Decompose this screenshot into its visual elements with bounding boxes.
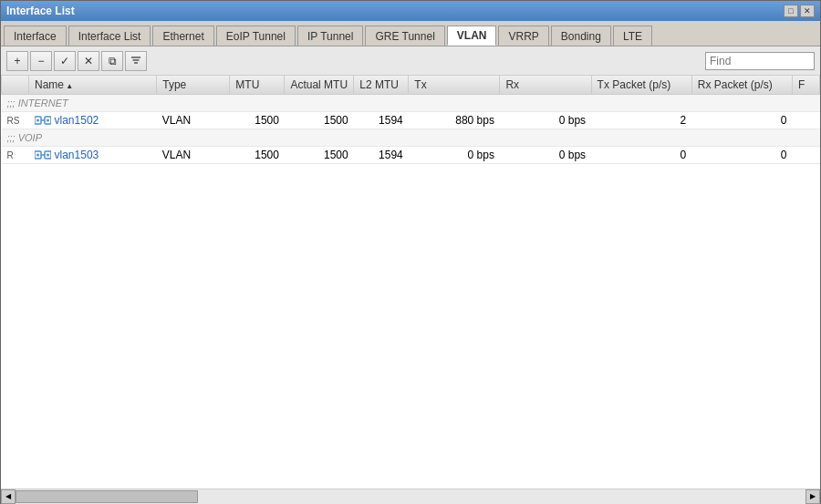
window-title: Interface List: [6, 5, 75, 17]
row-rx: 0 bps: [500, 112, 591, 129]
tab-bar: Interface Interface List Ethernet EoIP T…: [1, 21, 820, 46]
tab-ip-tunnel[interactable]: IP Tunnel: [297, 26, 363, 46]
vlan-icon: [35, 115, 51, 126]
row-tx-packet: 0: [591, 147, 691, 164]
table-row[interactable]: RS: [2, 112, 820, 129]
col-tx-packet[interactable]: Tx Packet (p/s): [591, 76, 691, 95]
row-f: [792, 147, 819, 164]
svg-point-12: [47, 154, 49, 157]
col-flag[interactable]: [2, 76, 29, 95]
main-window: Interface List □ ✕ Interface Interface L…: [0, 0, 821, 504]
col-type[interactable]: Type: [157, 76, 230, 95]
scroll-thumb[interactable]: [16, 490, 198, 503]
table-body: ;;; INTERNET RS: [2, 95, 820, 164]
col-l2-mtu[interactable]: L2 MTU: [354, 76, 409, 95]
row-type: VLAN: [157, 147, 230, 164]
tab-vlan[interactable]: VLAN: [447, 26, 497, 46]
row-flag: RS: [2, 112, 29, 129]
interface-table: Name Type MTU Actual MTU L2 MTU Tx Rx Tx…: [1, 76, 820, 164]
close-button[interactable]: ✕: [800, 5, 815, 17]
row-name: vlan1503: [29, 147, 157, 164]
table-header-row: Name Type MTU Actual MTU L2 MTU Tx Rx Tx…: [2, 76, 820, 95]
group-internet: ;;; INTERNET: [2, 95, 820, 112]
copy-button[interactable]: ⧉: [101, 51, 123, 71]
row-actual-mtu: 1500: [285, 112, 354, 129]
scroll-track[interactable]: [16, 489, 805, 504]
row-actual-mtu: 1500: [285, 147, 354, 164]
svg-point-11: [36, 154, 39, 157]
row-type: VLAN: [157, 112, 230, 129]
row-tx-packet: 2: [591, 112, 691, 129]
col-tx[interactable]: Tx: [409, 76, 500, 95]
row-l2-mtu: 1594: [354, 112, 409, 129]
window-controls: □ ✕: [784, 5, 815, 17]
tab-vrrp[interactable]: VRRP: [498, 26, 548, 46]
group-voip: ;;; VOIP: [2, 129, 820, 147]
find-input[interactable]: [705, 52, 815, 70]
enable-button[interactable]: ✓: [54, 51, 76, 71]
row-tx: 0 bps: [409, 147, 500, 164]
row-tx: 880 bps: [409, 112, 500, 129]
scroll-left-button[interactable]: ◀: [1, 489, 16, 504]
interface-icon: [35, 115, 51, 126]
col-rx[interactable]: Rx: [500, 76, 591, 95]
svg-point-7: [47, 119, 49, 122]
tab-bonding[interactable]: Bonding: [551, 26, 611, 46]
horizontal-scrollbar[interactable]: ◀ ▶: [1, 489, 820, 503]
row-rx-packet: 0: [691, 147, 792, 164]
tab-interface[interactable]: Interface: [4, 26, 67, 46]
table-container: Name Type MTU Actual MTU L2 MTU Tx Rx Tx…: [1, 76, 820, 489]
scroll-right-button[interactable]: ▶: [805, 489, 820, 504]
interface-icon: [35, 149, 51, 160]
title-bar: Interface List □ ✕: [1, 1, 820, 21]
tab-eoip-tunnel[interactable]: EoIP Tunnel: [216, 26, 296, 46]
vlan-icon: [35, 149, 51, 160]
tab-interface-list[interactable]: Interface List: [68, 26, 151, 46]
row-mtu: 1500: [230, 112, 285, 129]
filter-icon: [130, 55, 142, 67]
toolbar: + − ✓ ✕ ⧉: [1, 46, 820, 76]
col-name[interactable]: Name: [29, 76, 157, 95]
row-flag: R: [2, 147, 29, 164]
disable-button[interactable]: ✕: [78, 51, 99, 71]
tab-lte[interactable]: LTE: [613, 26, 652, 46]
table-row[interactable]: R v: [2, 147, 820, 164]
row-rx: 0 bps: [500, 147, 591, 164]
col-mtu[interactable]: MTU: [230, 76, 285, 95]
row-name: vlan1502: [29, 112, 157, 129]
col-rx-packet[interactable]: Rx Packet (p/s): [691, 76, 792, 95]
remove-button[interactable]: −: [30, 51, 52, 71]
tab-gre-tunnel[interactable]: GRE Tunnel: [365, 26, 444, 46]
col-actual-mtu[interactable]: Actual MTU: [285, 76, 354, 95]
row-f: [792, 112, 819, 129]
row-l2-mtu: 1594: [354, 147, 409, 164]
row-mtu: 1500: [230, 147, 285, 164]
filter-button[interactable]: [125, 51, 147, 71]
minimize-button[interactable]: □: [784, 5, 798, 17]
svg-point-6: [36, 119, 39, 122]
row-rx-packet: 0: [691, 112, 792, 129]
col-f[interactable]: F: [792, 76, 819, 95]
tab-ethernet[interactable]: Ethernet: [152, 26, 213, 46]
add-button[interactable]: +: [6, 51, 28, 71]
